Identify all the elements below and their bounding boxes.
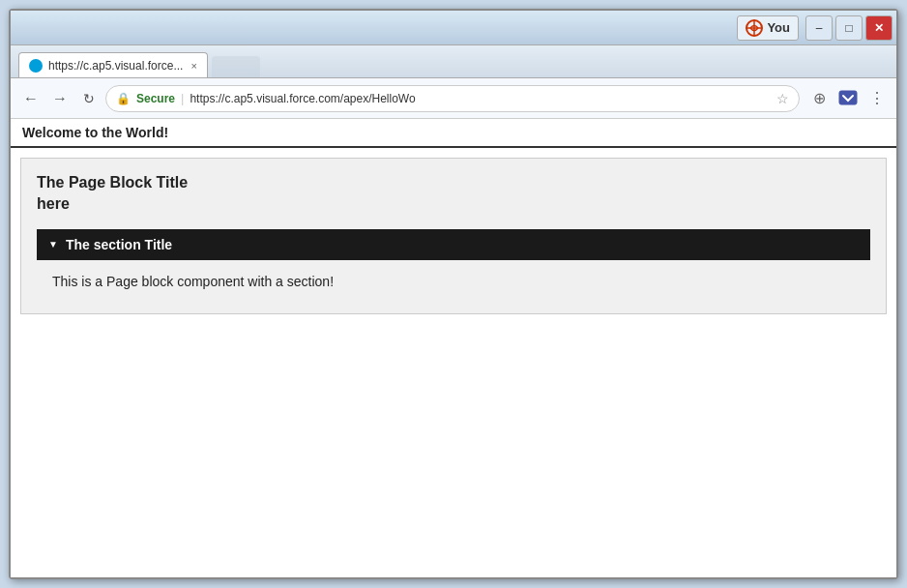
bookmark-icon[interactable]: ☆ — [776, 91, 789, 106]
tab-close-button[interactable]: × — [190, 60, 196, 72]
url-divider: | — [181, 91, 184, 105]
back-button[interactable]: ← — [18, 86, 44, 111]
pocket-icon[interactable] — [836, 87, 860, 110]
salesforce-favicon — [29, 59, 43, 73]
section-content-text: This is a Page block component with a se… — [52, 274, 334, 289]
secure-label: Secure — [136, 92, 175, 105]
toolbar-icons: ⊕ ⋮ — [807, 87, 889, 110]
user-badge: You — [737, 15, 799, 41]
close-button[interactable]: ✕ — [865, 15, 892, 41]
url-bar[interactable]: 🔒 Secure | https://c.ap5.visual.force.co… — [105, 85, 800, 112]
shield-icon[interactable]: ⊕ — [807, 87, 831, 110]
svg-rect-3 — [839, 91, 857, 104]
refresh-button[interactable]: ↻ — [76, 86, 102, 111]
active-tab[interactable]: https://c.ap5.visual.force... × — [18, 52, 208, 77]
browser-window: You – □ ✕ https://c.ap5.visual.force... … — [9, 9, 898, 579]
tab-label: https://c.ap5.visual.force... — [48, 59, 183, 73]
user-label: You — [767, 20, 790, 35]
url-text: https://c.ap5.visual.force.com/apex/Hell… — [190, 92, 771, 105]
page-content: Welcome to the World! The Page Block Tit… — [11, 119, 896, 577]
lock-icon: 🔒 — [116, 92, 131, 105]
minimize-button[interactable]: – — [805, 15, 833, 41]
forward-button[interactable]: → — [47, 86, 73, 111]
page-header: Welcome to the World! — [11, 119, 896, 148]
address-bar: ← → ↻ 🔒 Secure | https://c.ap5.visual.fo… — [11, 78, 896, 119]
section-content: This is a Page block component with a se… — [37, 260, 870, 304]
page-block-title: The Page Block Title here — [37, 172, 870, 216]
section-chevron-icon: ▼ — [48, 239, 58, 250]
new-tab-placeholder[interactable] — [212, 56, 260, 77]
tab-bar: https://c.ap5.visual.force... × — [11, 45, 896, 78]
section-header[interactable]: ▼ The section Title — [37, 229, 870, 260]
page-header-text: Welcome to the World! — [22, 125, 168, 140]
user-icon — [746, 19, 763, 37]
more-options-icon[interactable]: ⋮ — [865, 87, 889, 110]
section-title: The section Title — [66, 237, 172, 252]
restore-button[interactable]: □ — [835, 15, 863, 41]
title-bar: You – □ ✕ — [11, 11, 896, 45]
page-block: The Page Block Title here ▼ The section … — [20, 158, 887, 314]
